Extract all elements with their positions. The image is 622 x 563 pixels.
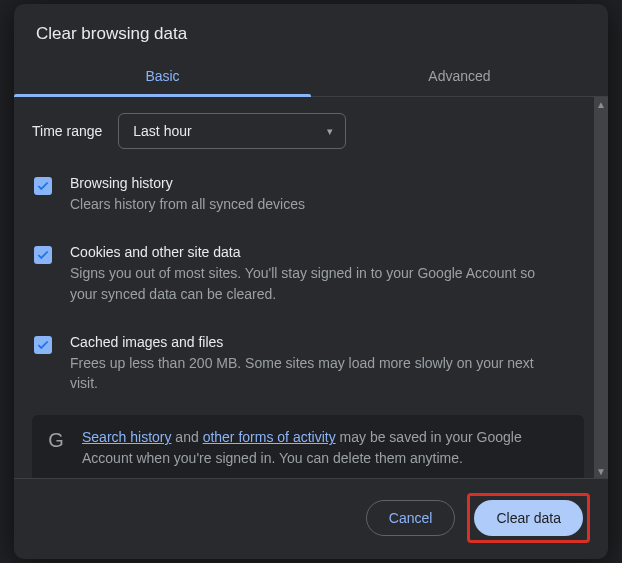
clear-data-button[interactable]: Clear data (474, 500, 583, 536)
link-other-activity[interactable]: other forms of activity (203, 429, 336, 445)
dialog-body: Time range Last hour ▾ Browsing history … (14, 97, 594, 478)
checkbox-cookies[interactable] (34, 246, 52, 264)
option-title: Cookies and other site data (70, 244, 550, 260)
google-logo-icon: G (46, 427, 66, 452)
option-browsing-history: Browsing history Clears history from all… (32, 175, 584, 214)
scrollbar[interactable]: ▲ ▼ (594, 97, 608, 478)
option-text: Browsing history Clears history from all… (70, 175, 305, 214)
checkbox-cache[interactable] (34, 336, 52, 354)
scroll-down-icon[interactable]: ▼ (594, 464, 608, 478)
link-search-history[interactable]: Search history (82, 429, 171, 445)
time-range-row: Time range Last hour ▾ (32, 113, 584, 149)
google-account-notice: G Search history and other forms of acti… (32, 415, 584, 478)
time-range-value: Last hour (133, 123, 191, 139)
option-title: Cached images and files (70, 334, 550, 350)
option-title: Browsing history (70, 175, 305, 191)
scroll-area: Time range Last hour ▾ Browsing history … (14, 97, 608, 478)
tabs: Basic Advanced (14, 58, 608, 97)
option-cookies: Cookies and other site data Signs you ou… (32, 244, 584, 304)
cancel-button[interactable]: Cancel (366, 500, 456, 536)
highlight-annotation: Clear data (467, 493, 590, 543)
option-desc: Signs you out of most sites. You'll stay… (70, 263, 550, 304)
option-desc: Frees up less than 200 MB. Some sites ma… (70, 353, 550, 394)
dialog-title: Clear browsing data (14, 4, 608, 58)
check-icon (36, 179, 50, 193)
check-icon (36, 248, 50, 262)
scrollbar-track[interactable] (594, 111, 608, 464)
option-cache: Cached images and files Frees up less th… (32, 334, 584, 394)
tab-basic[interactable]: Basic (14, 58, 311, 96)
option-text: Cookies and other site data Signs you ou… (70, 244, 550, 304)
dialog-footer: Cancel Clear data (14, 478, 608, 559)
scroll-up-icon[interactable]: ▲ (594, 97, 608, 111)
time-range-label: Time range (32, 123, 102, 139)
clear-browsing-data-dialog: Clear browsing data Basic Advanced Time … (14, 4, 608, 559)
checkbox-browsing-history[interactable] (34, 177, 52, 195)
notice-text: Search history and other forms of activi… (82, 427, 542, 469)
check-icon (36, 338, 50, 352)
option-desc: Clears history from all synced devices (70, 194, 305, 214)
option-text: Cached images and files Frees up less th… (70, 334, 550, 394)
notice-sep: and (171, 429, 202, 445)
tab-advanced[interactable]: Advanced (311, 58, 608, 96)
chevron-down-icon: ▾ (327, 125, 333, 138)
time-range-select[interactable]: Last hour ▾ (118, 113, 346, 149)
